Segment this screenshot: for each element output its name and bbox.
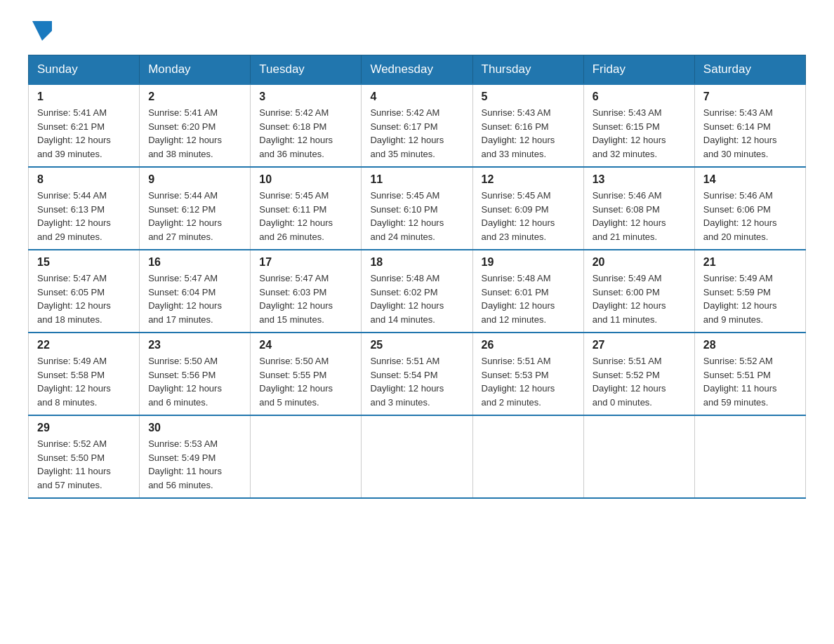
day-info: Sunrise: 5:48 AMSunset: 6:02 PMDaylight:… (370, 271, 463, 326)
calendar-day-cell (251, 415, 362, 498)
calendar-day-cell: 18 Sunrise: 5:48 AMSunset: 6:02 PMDaylig… (362, 250, 472, 333)
day-info: Sunrise: 5:48 AMSunset: 6:01 PMDaylight:… (482, 271, 575, 326)
day-info: Sunrise: 5:45 AMSunset: 6:11 PMDaylight:… (259, 189, 352, 243)
calendar-day-cell: 20 Sunrise: 5:49 AMSunset: 6:00 PMDaylig… (583, 250, 694, 333)
day-number: 26 (482, 339, 575, 351)
day-number: 21 (703, 256, 797, 269)
calendar-day-cell: 2 Sunrise: 5:41 AMSunset: 6:20 PMDayligh… (140, 84, 251, 167)
day-number: 1 (37, 90, 131, 103)
calendar-day-cell: 21 Sunrise: 5:49 AMSunset: 5:59 PMDaylig… (694, 250, 805, 333)
day-number: 9 (148, 173, 241, 186)
day-info: Sunrise: 5:43 AMSunset: 6:14 PMDaylight:… (703, 106, 797, 161)
day-number: 3 (259, 90, 352, 103)
header-friday: Friday (583, 55, 694, 85)
day-info: Sunrise: 5:43 AMSunset: 6:16 PMDaylight:… (482, 106, 575, 161)
calendar-day-cell: 28 Sunrise: 5:52 AMSunset: 5:51 PMDaylig… (694, 333, 805, 415)
day-info: Sunrise: 5:51 AMSunset: 5:54 PMDaylight:… (370, 354, 463, 409)
logo (28, 21, 55, 41)
calendar-day-cell: 10 Sunrise: 5:45 AMSunset: 6:11 PMDaylig… (251, 167, 362, 250)
day-info: Sunrise: 5:42 AMSunset: 6:17 PMDaylight:… (370, 106, 463, 161)
calendar-day-cell: 16 Sunrise: 5:47 AMSunset: 6:04 PMDaylig… (140, 250, 251, 333)
header-thursday: Thursday (472, 55, 583, 85)
week-row-3: 15 Sunrise: 5:47 AMSunset: 6:05 PMDaylig… (29, 250, 806, 333)
day-info: Sunrise: 5:46 AMSunset: 6:08 PMDaylight:… (593, 189, 686, 243)
page-header (28, 21, 806, 41)
calendar-day-cell: 23 Sunrise: 5:50 AMSunset: 5:56 PMDaylig… (140, 333, 251, 415)
day-info: Sunrise: 5:46 AMSunset: 6:06 PMDaylight:… (703, 189, 797, 243)
calendar-day-cell: 3 Sunrise: 5:42 AMSunset: 6:18 PMDayligh… (251, 84, 362, 167)
day-number: 13 (593, 173, 686, 186)
day-info: Sunrise: 5:52 AMSunset: 5:51 PMDaylight:… (703, 354, 797, 409)
week-row-5: 29 Sunrise: 5:52 AMSunset: 5:50 PMDaylig… (29, 415, 806, 498)
calendar-day-cell (583, 415, 694, 498)
day-number: 22 (37, 339, 131, 351)
week-row-2: 8 Sunrise: 5:44 AMSunset: 6:13 PMDayligh… (29, 167, 806, 250)
day-info: Sunrise: 5:52 AMSunset: 5:50 PMDaylight:… (37, 437, 131, 492)
day-number: 10 (259, 173, 352, 186)
day-number: 17 (259, 256, 352, 269)
calendar-day-cell: 13 Sunrise: 5:46 AMSunset: 6:08 PMDaylig… (583, 167, 694, 250)
svg-marker-0 (32, 21, 52, 41)
day-info: Sunrise: 5:50 AMSunset: 5:55 PMDaylight:… (259, 354, 352, 409)
calendar-day-cell: 30 Sunrise: 5:53 AMSunset: 5:49 PMDaylig… (140, 415, 251, 498)
days-header-row: Sunday Monday Tuesday Wednesday Thursday… (29, 55, 806, 85)
header-tuesday: Tuesday (251, 55, 362, 85)
day-number: 20 (593, 256, 686, 269)
calendar-day-cell: 6 Sunrise: 5:43 AMSunset: 6:15 PMDayligh… (583, 84, 694, 167)
calendar-day-cell: 25 Sunrise: 5:51 AMSunset: 5:54 PMDaylig… (362, 333, 472, 415)
calendar-day-cell: 15 Sunrise: 5:47 AMSunset: 6:05 PMDaylig… (29, 250, 140, 333)
calendar-day-cell (694, 415, 805, 498)
day-info: Sunrise: 5:47 AMSunset: 6:05 PMDaylight:… (37, 271, 131, 326)
calendar-day-cell: 14 Sunrise: 5:46 AMSunset: 6:06 PMDaylig… (694, 167, 805, 250)
day-info: Sunrise: 5:41 AMSunset: 6:21 PMDaylight:… (37, 106, 131, 161)
day-number: 18 (370, 256, 463, 269)
day-number: 14 (703, 173, 797, 186)
calendar-day-cell: 4 Sunrise: 5:42 AMSunset: 6:17 PMDayligh… (362, 84, 472, 167)
day-info: Sunrise: 5:49 AMSunset: 5:59 PMDaylight:… (703, 271, 797, 326)
day-info: Sunrise: 5:50 AMSunset: 5:56 PMDaylight:… (148, 354, 241, 409)
day-number: 24 (259, 339, 352, 351)
calendar-day-cell: 5 Sunrise: 5:43 AMSunset: 6:16 PMDayligh… (472, 84, 583, 167)
calendar-day-cell: 22 Sunrise: 5:49 AMSunset: 5:58 PMDaylig… (29, 333, 140, 415)
day-info: Sunrise: 5:47 AMSunset: 6:04 PMDaylight:… (148, 271, 241, 326)
day-info: Sunrise: 5:41 AMSunset: 6:20 PMDaylight:… (148, 106, 241, 161)
calendar-day-cell: 24 Sunrise: 5:50 AMSunset: 5:55 PMDaylig… (251, 333, 362, 415)
header-wednesday: Wednesday (362, 55, 472, 85)
calendar-day-cell: 9 Sunrise: 5:44 AMSunset: 6:12 PMDayligh… (140, 167, 251, 250)
day-number: 29 (37, 422, 131, 434)
day-number: 6 (593, 90, 686, 103)
day-number: 30 (148, 422, 241, 434)
calendar-day-cell: 19 Sunrise: 5:48 AMSunset: 6:01 PMDaylig… (472, 250, 583, 333)
calendar-table: Sunday Monday Tuesday Wednesday Thursday… (28, 55, 806, 499)
header-sunday: Sunday (29, 55, 140, 85)
day-info: Sunrise: 5:49 AMSunset: 6:00 PMDaylight:… (593, 271, 686, 326)
day-info: Sunrise: 5:45 AMSunset: 6:09 PMDaylight:… (482, 189, 575, 243)
day-number: 27 (593, 339, 686, 351)
calendar-day-cell: 29 Sunrise: 5:52 AMSunset: 5:50 PMDaylig… (29, 415, 140, 498)
week-row-4: 22 Sunrise: 5:49 AMSunset: 5:58 PMDaylig… (29, 333, 806, 415)
day-number: 7 (703, 90, 797, 103)
day-number: 15 (37, 256, 131, 269)
calendar-day-cell: 8 Sunrise: 5:44 AMSunset: 6:13 PMDayligh… (29, 167, 140, 250)
week-row-1: 1 Sunrise: 5:41 AMSunset: 6:21 PMDayligh… (29, 84, 806, 167)
logo-icon (32, 21, 52, 41)
calendar-day-cell (472, 415, 583, 498)
day-number: 28 (703, 339, 797, 351)
day-info: Sunrise: 5:45 AMSunset: 6:10 PMDaylight:… (370, 189, 463, 243)
day-info: Sunrise: 5:47 AMSunset: 6:03 PMDaylight:… (259, 271, 352, 326)
header-monday: Monday (140, 55, 251, 85)
day-info: Sunrise: 5:49 AMSunset: 5:58 PMDaylight:… (37, 354, 131, 409)
calendar-day-cell: 27 Sunrise: 5:51 AMSunset: 5:52 PMDaylig… (583, 333, 694, 415)
calendar-day-cell: 17 Sunrise: 5:47 AMSunset: 6:03 PMDaylig… (251, 250, 362, 333)
day-number: 23 (148, 339, 241, 351)
day-info: Sunrise: 5:53 AMSunset: 5:49 PMDaylight:… (148, 437, 241, 492)
day-number: 4 (370, 90, 463, 103)
day-number: 2 (148, 90, 241, 103)
day-info: Sunrise: 5:44 AMSunset: 6:12 PMDaylight:… (148, 189, 241, 243)
day-info: Sunrise: 5:51 AMSunset: 5:53 PMDaylight:… (482, 354, 575, 409)
day-number: 16 (148, 256, 241, 269)
header-saturday: Saturday (694, 55, 805, 85)
day-number: 19 (482, 256, 575, 269)
day-info: Sunrise: 5:43 AMSunset: 6:15 PMDaylight:… (593, 106, 686, 161)
day-number: 5 (482, 90, 575, 103)
